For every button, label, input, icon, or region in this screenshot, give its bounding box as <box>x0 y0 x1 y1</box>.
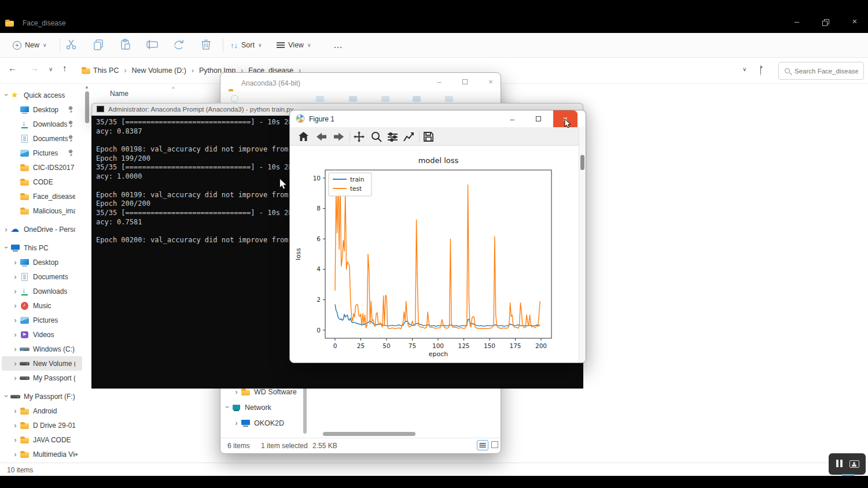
share-icon[interactable] <box>172 38 185 51</box>
rename-icon[interactable] <box>146 38 159 51</box>
sidebar-item[interactable]: Windows (C:) <box>2 342 82 356</box>
chevron-icon[interactable] <box>11 316 20 324</box>
sidebar-item[interactable]: Android <box>2 404 82 418</box>
chevron-icon[interactable] <box>11 374 20 382</box>
chevron-icon[interactable] <box>223 404 231 412</box>
zoom-icon[interactable] <box>370 131 382 143</box>
delete-icon[interactable] <box>200 38 212 51</box>
item-label: Desktop <box>33 258 75 267</box>
anaconda-vertical-scrollbar[interactable] <box>303 383 307 434</box>
person-icon[interactable] <box>849 460 859 468</box>
back-button[interactable]: ← <box>8 63 17 73</box>
view-button[interactable]: View ∨ <box>277 37 311 53</box>
name-column-header[interactable]: Name <box>110 90 128 98</box>
sidebar-item[interactable]: Music <box>2 298 82 313</box>
details-view-toggle[interactable] <box>477 440 488 450</box>
sidebar-item[interactable]: Videos <box>2 327 82 342</box>
chevron-icon[interactable] <box>11 360 20 368</box>
minimize-button[interactable]: – <box>502 115 522 124</box>
save-icon[interactable] <box>422 131 435 143</box>
sidebar-item[interactable]: Desktop <box>2 102 82 117</box>
more-button[interactable]: … <box>333 37 343 53</box>
close-button[interactable]: × <box>846 16 863 26</box>
sidebar-item[interactable]: Multimedia Video <box>2 447 82 461</box>
sidebar-item[interactable]: Malicious_images <box>2 204 82 218</box>
chevron-icon[interactable] <box>11 302 20 310</box>
chevron-icon[interactable] <box>232 388 241 396</box>
sidebar-item[interactable]: My Passport (F:) <box>2 371 82 385</box>
tree-item[interactable]: Network <box>223 400 302 415</box>
plot-tool-icon[interactable] <box>403 131 415 143</box>
search-box[interactable] <box>778 62 864 80</box>
back-icon[interactable] <box>315 131 328 143</box>
sidebar-item[interactable]: CODE <box>2 175 82 189</box>
explorer-tab[interactable]: Face_disease <box>5 16 66 31</box>
figure-scrollbar-thumb[interactable] <box>580 155 584 170</box>
chevron-icon[interactable] <box>11 422 20 430</box>
sidebar-scrollbar[interactable] <box>85 91 89 123</box>
minimize-button[interactable]: – <box>788 16 806 26</box>
chevron-icon[interactable] <box>11 258 20 267</box>
thumbnail-view-toggle[interactable] <box>491 441 498 448</box>
chevron-icon[interactable] <box>232 419 241 427</box>
chevron-icon[interactable] <box>2 244 10 252</box>
tree-item[interactable]: OKOK2D <box>223 415 302 431</box>
maximize-button[interactable] <box>536 116 541 121</box>
sidebar-item[interactable]: Pictures <box>2 313 82 327</box>
chevron-icon[interactable] <box>11 407 20 415</box>
sidebar-item[interactable]: Quick access <box>2 88 82 102</box>
chevron-icon[interactable] <box>11 273 20 281</box>
sidebar-item[interactable]: CIC-IDS2017 <box>2 160 82 175</box>
history-chevron-icon[interactable]: ∨ <box>49 66 53 72</box>
chevron-icon[interactable] <box>11 450 20 459</box>
sidebar-item[interactable]: JAVA CODE <box>2 432 82 447</box>
new-button[interactable]: + New ∨ <box>13 37 47 53</box>
item-icon <box>20 450 30 459</box>
breadcrumb-item[interactable]: New Volume (D:) <box>130 65 187 76</box>
close-button[interactable]: × <box>481 77 501 86</box>
sidebar-item[interactable]: Desktop <box>2 255 82 269</box>
sidebar-item[interactable]: Pictures <box>2 146 82 160</box>
copy-icon[interactable] <box>92 38 105 51</box>
sidebar-item[interactable]: D Drive 29-01-20 <box>2 418 82 432</box>
sidebar-item[interactable]: OneDrive - Persona <box>2 222 82 236</box>
up-button[interactable]: ↑ <box>62 63 67 73</box>
refresh-icon[interactable] <box>760 65 761 76</box>
subplots-icon[interactable] <box>387 131 399 143</box>
forward-icon[interactable] <box>333 131 345 143</box>
maximize-button[interactable] <box>462 79 468 84</box>
chevron-icon[interactable] <box>11 287 20 295</box>
address-chevron-icon[interactable]: ∨ <box>742 66 746 72</box>
sidebar-item[interactable]: New Volume (D:) <box>2 356 82 371</box>
forward-button[interactable]: → <box>30 63 39 73</box>
sidebar-item[interactable]: Face_disease <box>2 189 82 204</box>
sidebar-item[interactable]: Downloads <box>2 284 82 298</box>
search-input[interactable] <box>795 68 858 75</box>
paste-icon[interactable] <box>119 38 132 51</box>
minimize-button[interactable]: – <box>429 77 449 86</box>
item-icon <box>20 330 30 339</box>
sidebar-item[interactable]: My Passport (F:) <box>2 389 82 404</box>
chevron-icon[interactable] <box>11 345 20 353</box>
sidebar-item[interactable]: Downloads <box>2 117 82 131</box>
sidebar-item[interactable]: This PC <box>2 241 82 255</box>
sidebar-item[interactable]: Documents <box>2 131 82 146</box>
chevron-icon[interactable] <box>2 91 10 99</box>
sidebar-item[interactable]: Documents <box>2 269 82 284</box>
pan-icon[interactable] <box>353 131 365 143</box>
breadcrumb-item[interactable]: This PC <box>92 65 120 76</box>
chevron-icon[interactable] <box>11 436 20 444</box>
anaconda-horizontal-scrollbar[interactable] <box>323 432 415 436</box>
chevron-icon[interactable] <box>11 331 20 339</box>
restore-button-front[interactable] <box>822 21 827 26</box>
scroll-up-icon[interactable]: ▲ <box>84 84 89 90</box>
cut-icon[interactable] <box>65 38 78 51</box>
pause-icon[interactable] <box>835 459 843 469</box>
home-icon[interactable] <box>297 131 310 143</box>
chevron-icon[interactable] <box>2 393 10 401</box>
item-label: JAVA CODE <box>33 436 75 444</box>
item-label: CIC-IDS2017 <box>33 164 75 172</box>
chevron-icon[interactable] <box>2 225 10 234</box>
item-icon <box>10 225 20 234</box>
sort-button[interactable]: ↑↓ Sort ∨ <box>230 37 262 53</box>
